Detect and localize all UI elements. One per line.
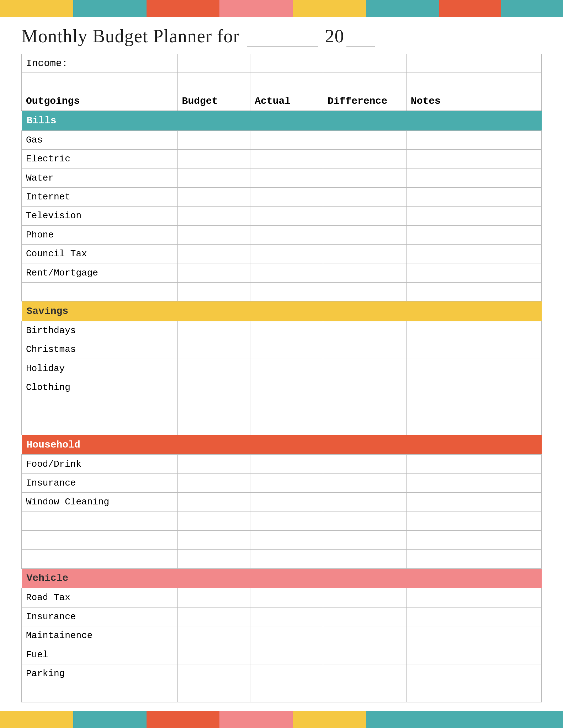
label-insurance-household: Insurance: [22, 473, 178, 492]
budget-road-tax[interactable]: [177, 588, 250, 607]
actual-clothing[interactable]: [250, 378, 323, 397]
diff-insurance-vehicle[interactable]: [323, 607, 406, 626]
budget-council-tax[interactable]: [177, 244, 250, 263]
actual-fuel[interactable]: [250, 645, 323, 664]
actual-food-drink[interactable]: [250, 455, 323, 473]
top-bar-seg-7: [439, 0, 501, 17]
diff-food-drink[interactable]: [323, 455, 406, 473]
diff-television[interactable]: [323, 207, 406, 225]
budget-phone[interactable]: [177, 225, 250, 244]
label-phone: Phone: [22, 225, 178, 244]
notes-clothing[interactable]: [406, 378, 541, 397]
diff-council-tax[interactable]: [323, 244, 406, 263]
actual-insurance-vehicle[interactable]: [250, 607, 323, 626]
budget-holiday[interactable]: [177, 359, 250, 378]
notes-gas[interactable]: [406, 130, 541, 149]
actual-insurance-household[interactable]: [250, 473, 323, 492]
actual-window-cleaning[interactable]: [250, 493, 323, 512]
diff-birthdays[interactable]: [323, 321, 406, 340]
month-field[interactable]: [247, 26, 318, 47]
actual-birthdays[interactable]: [250, 321, 323, 340]
actual-holiday[interactable]: [250, 359, 323, 378]
budget-television[interactable]: [177, 207, 250, 225]
diff-fuel[interactable]: [323, 645, 406, 664]
income-diff-cell[interactable]: [323, 54, 406, 73]
budget-gas[interactable]: [177, 130, 250, 149]
budget-birthdays[interactable]: [177, 321, 250, 340]
notes-electric[interactable]: [406, 150, 541, 168]
notes-fuel[interactable]: [406, 645, 541, 664]
diff-road-tax[interactable]: [323, 588, 406, 607]
notes-food-drink[interactable]: [406, 455, 541, 473]
diff-parking[interactable]: [323, 664, 406, 683]
diff-electric[interactable]: [323, 150, 406, 168]
actual-electric[interactable]: [250, 150, 323, 168]
category-vehicle: Vehicle: [22, 568, 542, 588]
notes-insurance-vehicle[interactable]: [406, 607, 541, 626]
notes-holiday[interactable]: [406, 359, 541, 378]
budget-window-cleaning[interactable]: [177, 493, 250, 512]
budget-insurance-household[interactable]: [177, 473, 250, 492]
income-budget-cell[interactable]: [177, 54, 250, 73]
notes-birthdays[interactable]: [406, 321, 541, 340]
notes-road-tax[interactable]: [406, 588, 541, 607]
actual-parking[interactable]: [250, 664, 323, 683]
top-bar-seg-1: [0, 0, 73, 17]
actual-gas[interactable]: [250, 130, 323, 149]
actual-maintainence[interactable]: [250, 626, 323, 645]
diff-gas[interactable]: [323, 130, 406, 149]
diff-rent-mortgage[interactable]: [323, 263, 406, 282]
actual-council-tax[interactable]: [250, 244, 323, 263]
notes-christmas[interactable]: [406, 340, 541, 359]
actual-christmas[interactable]: [250, 340, 323, 359]
diff-holiday[interactable]: [323, 359, 406, 378]
top-bar-seg-8: [501, 0, 563, 17]
budget-internet[interactable]: [177, 187, 250, 206]
notes-water[interactable]: [406, 168, 541, 187]
row-christmas: Christmas: [22, 340, 542, 359]
income-actual-cell[interactable]: [250, 54, 323, 73]
year-field[interactable]: [346, 26, 375, 47]
empty-row-household-2: [22, 530, 542, 549]
budget-electric[interactable]: [177, 150, 250, 168]
notes-television[interactable]: [406, 207, 541, 225]
actual-rent-mortgage[interactable]: [250, 263, 323, 282]
notes-parking[interactable]: [406, 664, 541, 683]
label-internet: Internet: [22, 187, 178, 206]
actual-phone[interactable]: [250, 225, 323, 244]
notes-window-cleaning[interactable]: [406, 493, 541, 512]
actual-internet[interactable]: [250, 187, 323, 206]
actual-television[interactable]: [250, 207, 323, 225]
budget-food-drink[interactable]: [177, 455, 250, 473]
notes-insurance-household[interactable]: [406, 473, 541, 492]
diff-water[interactable]: [323, 168, 406, 187]
diff-phone[interactable]: [323, 225, 406, 244]
budget-fuel[interactable]: [177, 645, 250, 664]
budget-insurance-vehicle[interactable]: [177, 607, 250, 626]
main-content: Monthly Budget Planner for 20 Income: Ou…: [0, 17, 563, 711]
budget-water[interactable]: [177, 168, 250, 187]
notes-phone[interactable]: [406, 225, 541, 244]
notes-maintainence[interactable]: [406, 626, 541, 645]
notes-rent-mortgage[interactable]: [406, 263, 541, 282]
notes-council-tax[interactable]: [406, 244, 541, 263]
diff-clothing[interactable]: [323, 378, 406, 397]
top-bar-seg-6: [366, 0, 439, 17]
actual-road-tax[interactable]: [250, 588, 323, 607]
budget-rent-mortgage[interactable]: [177, 263, 250, 282]
actual-water[interactable]: [250, 168, 323, 187]
diff-christmas[interactable]: [323, 340, 406, 359]
notes-internet[interactable]: [406, 187, 541, 206]
budget-christmas[interactable]: [177, 340, 250, 359]
budget-maintainence[interactable]: [177, 626, 250, 645]
diff-window-cleaning[interactable]: [323, 493, 406, 512]
diff-insurance-household[interactable]: [323, 473, 406, 492]
budget-clothing[interactable]: [177, 378, 250, 397]
empty-row-1: [22, 73, 542, 92]
category-household: Household: [22, 435, 542, 454]
diff-internet[interactable]: [323, 187, 406, 206]
income-notes-cell[interactable]: [406, 54, 541, 73]
diff-maintainence[interactable]: [323, 626, 406, 645]
budget-parking[interactable]: [177, 664, 250, 683]
bills-label: Bills: [22, 111, 542, 130]
